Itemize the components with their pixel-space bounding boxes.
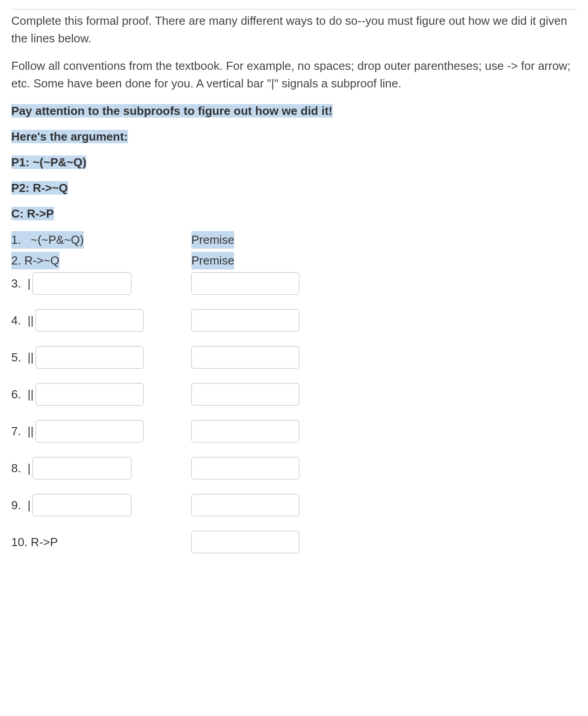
proof-row: 3. | — [11, 272, 577, 295]
justification-input-line-9[interactable] — [191, 494, 299, 516]
formula-input-line-7[interactable] — [36, 420, 144, 442]
justification-input-line-6[interactable] — [191, 383, 299, 406]
proof-right-cell — [191, 309, 308, 332]
proof-right-cell: Premise — [191, 252, 308, 269]
premise-2-text: P2: R->~Q — [11, 181, 68, 195]
line-prefix: 6. || — [11, 386, 34, 403]
justification-text: Premise — [191, 252, 234, 269]
formula-input-line-4[interactable] — [36, 309, 144, 332]
proof-table: 1. ~(~P&~Q)Premise2. R->~QPremise3. |4. … — [11, 231, 577, 553]
proof-right-cell — [191, 346, 308, 369]
proof-left-cell: 3. | — [11, 272, 191, 295]
proof-left-cell: 10. R->P — [11, 534, 191, 551]
proof-row: 8. | — [11, 457, 577, 479]
proof-row: 4. || — [11, 309, 577, 332]
justification-input-line-8[interactable] — [191, 457, 299, 479]
formula-input-line-9[interactable] — [32, 494, 131, 516]
proof-left-cell: 7. || — [11, 420, 191, 442]
line-prefix: 9. | — [11, 497, 31, 514]
proof-right-cell — [191, 494, 308, 516]
proof-row: 7. || — [11, 420, 577, 442]
justification-text: Premise — [191, 231, 234, 249]
proof-right-cell: Premise — [191, 231, 308, 249]
proof-left-cell: 4. || — [11, 309, 191, 332]
proof-left-cell: 9. | — [11, 494, 191, 516]
proof-row: 10. R->P — [11, 531, 577, 553]
proof-left-cell: 6. || — [11, 383, 191, 406]
formula-text: 2. R->~Q — [11, 252, 59, 269]
attention-text: Pay attention to the subproofs to figure… — [11, 104, 333, 118]
justification-input-line-4[interactable] — [191, 309, 299, 332]
proof-row: 5. || — [11, 346, 577, 369]
proof-row: 9. | — [11, 494, 577, 516]
proof-row: 6. || — [11, 383, 577, 406]
proof-left-cell: 1. ~(~P&~Q) — [11, 231, 191, 249]
justification-input-line-3[interactable] — [191, 272, 299, 295]
heres-argument-text: Here's the argument: — [11, 130, 128, 143]
formula-text: 10. R->P — [11, 534, 58, 551]
proof-left-cell: 8. | — [11, 457, 191, 479]
premise-1-text: P1: ~(~P&~Q) — [11, 155, 86, 169]
justification-input-line-5[interactable] — [191, 346, 299, 369]
intro-paragraph-2: Follow all conventions from the textbook… — [11, 57, 577, 92]
line-prefix: 4. || — [11, 312, 34, 329]
proof-right-cell — [191, 272, 308, 295]
formula-input-line-8[interactable] — [32, 457, 131, 479]
conclusion-text: C: R->P — [11, 207, 54, 220]
proof-right-cell — [191, 457, 308, 479]
proof-row: 2. R->~QPremise — [11, 251, 577, 269]
formula-input-line-3[interactable] — [32, 272, 131, 295]
line-prefix: 7. || — [11, 423, 34, 440]
proof-left-cell: 2. R->~Q — [11, 252, 191, 269]
proof-right-cell — [191, 420, 308, 442]
intro-paragraph-1: Complete this formal proof. There are ma… — [11, 12, 577, 47]
justification-input-line-10[interactable] — [191, 531, 299, 553]
justification-input-line-7[interactable] — [191, 420, 299, 442]
formula-text: 1. ~(~P&~Q) — [11, 231, 84, 249]
proof-left-cell: 5. || — [11, 346, 191, 369]
proof-right-cell — [191, 383, 308, 406]
line-prefix: 5. || — [11, 349, 34, 366]
formula-input-line-5[interactable] — [36, 346, 144, 369]
line-prefix: 8. | — [11, 460, 31, 477]
proof-row: 1. ~(~P&~Q)Premise — [11, 231, 577, 249]
proof-right-cell — [191, 531, 308, 553]
line-prefix: 3. | — [11, 275, 31, 292]
formula-input-line-6[interactable] — [36, 383, 144, 406]
